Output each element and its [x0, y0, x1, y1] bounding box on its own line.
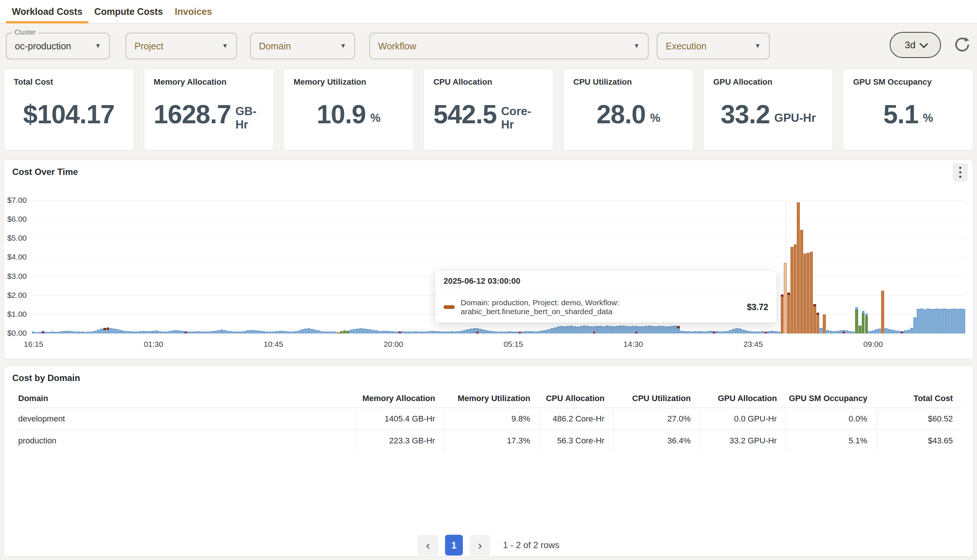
cost-bar[interactable] [525, 331, 527, 333]
cost-bar[interactable] [165, 332, 168, 333]
cost-bar[interactable] [197, 331, 200, 333]
cost-bar[interactable] [246, 330, 249, 333]
cost-bar[interactable] [275, 331, 278, 333]
cost-bar[interactable] [353, 329, 356, 333]
cost-bar[interactable] [512, 332, 515, 333]
cost-bar[interactable] [777, 332, 780, 333]
cost-bar[interactable] [619, 326, 622, 333]
cost-bar[interactable] [602, 327, 605, 333]
cost-bar[interactable] [654, 327, 657, 333]
cost-bar[interactable] [385, 331, 388, 333]
cost-bar[interactable] [58, 332, 61, 333]
cost-bar[interactable] [372, 330, 375, 333]
cost-bar-production[interactable] [797, 202, 800, 333]
cost-bar[interactable] [411, 332, 414, 333]
cost-bar[interactable] [959, 308, 962, 333]
cost-bar[interactable] [502, 332, 505, 333]
cost-bar-secondary[interactable] [343, 330, 346, 333]
cost-bar[interactable] [897, 331, 900, 333]
cost-bar[interactable] [68, 331, 70, 333]
cost-bar[interactable] [826, 330, 829, 333]
cost-bar[interactable] [638, 327, 641, 333]
cost-bar[interactable] [690, 332, 693, 333]
cost-bar[interactable] [71, 331, 74, 333]
cost-bar[interactable] [567, 326, 570, 333]
cost-bar[interactable] [363, 328, 365, 333]
cost-bar[interactable] [755, 332, 758, 333]
cost-bar[interactable] [885, 328, 887, 333]
cost-bar[interactable] [596, 326, 599, 333]
cost-bar[interactable] [531, 331, 534, 333]
cost-bar[interactable] [936, 308, 939, 333]
cost-bar[interactable] [191, 332, 194, 333]
cost-bar[interactable] [450, 331, 453, 333]
cost-bar[interactable] [38, 332, 41, 333]
cost-bar[interactable] [217, 330, 220, 333]
cost-bar[interactable] [359, 328, 362, 333]
cost-bar[interactable] [123, 331, 125, 333]
cost-bar[interactable] [914, 318, 917, 333]
cost-bar[interactable] [875, 329, 878, 333]
cost-bar[interactable] [518, 332, 521, 333]
cost-bar[interactable] [930, 309, 933, 333]
cost-bar[interactable] [832, 331, 835, 333]
cost-bar[interactable] [45, 332, 48, 333]
cost-bar[interactable] [528, 331, 531, 333]
project-select[interactable]: Project▼ [125, 33, 237, 59]
cost-bar[interactable] [573, 327, 576, 333]
cost-bar[interactable] [418, 332, 420, 333]
cost-bar[interactable] [522, 332, 525, 333]
cost-bar[interactable] [408, 332, 411, 333]
cost-bar[interactable] [722, 331, 725, 333]
cost-bar-secondary[interactable] [340, 331, 343, 333]
cost-bar[interactable] [139, 331, 142, 333]
cost-bar[interactable] [622, 326, 625, 333]
cost-bar-production[interactable] [790, 247, 794, 333]
cost-bar[interactable] [719, 332, 722, 333]
cost-bar[interactable] [330, 332, 333, 333]
cost-bar[interactable] [87, 332, 90, 333]
cost-bar[interactable] [379, 331, 382, 333]
cost-bar[interactable] [168, 331, 171, 333]
cost-bar[interactable] [268, 332, 272, 333]
cost-bar[interactable] [443, 332, 447, 333]
cost-bar-production[interactable] [807, 253, 809, 333]
cost-bar[interactable] [483, 330, 485, 333]
time-range-button[interactable]: 3d [890, 32, 941, 58]
cost-bar[interactable] [635, 326, 638, 333]
cost-bar[interactable] [113, 328, 116, 333]
cost-bar[interactable] [761, 331, 764, 333]
cost-bar[interactable] [470, 328, 472, 333]
cost-bar[interactable] [830, 331, 832, 333]
cost-bar[interactable] [479, 329, 482, 333]
cost-bar[interactable] [457, 331, 460, 333]
cost-bar[interactable] [680, 331, 683, 333]
cost-bar[interactable] [845, 330, 849, 333]
cost-bar[interactable] [842, 330, 845, 333]
cost-bar-production[interactable] [810, 252, 813, 333]
cost-bar[interactable] [239, 332, 242, 333]
prev-page-button[interactable]: ‹ [418, 535, 438, 555]
cost-bar[interactable] [272, 332, 275, 333]
cost-bar[interactable] [745, 330, 748, 333]
cost-bar[interactable] [236, 332, 239, 333]
cost-bar[interactable] [962, 309, 965, 333]
cost-bar[interactable] [132, 332, 135, 333]
cost-bar[interactable] [625, 326, 628, 333]
cost-bar[interactable] [878, 328, 881, 333]
cost-bar[interactable] [868, 331, 871, 333]
cost-bar[interactable] [473, 328, 476, 333]
cost-bar[interactable] [564, 327, 567, 333]
cost-bar[interactable] [590, 327, 592, 333]
cost-bar[interactable] [42, 331, 45, 333]
cost-bar[interactable] [667, 327, 670, 333]
cost-bar[interactable] [547, 329, 550, 333]
cost-bar[interactable] [171, 330, 174, 333]
cost-bar[interactable] [629, 327, 632, 333]
cost-bar[interactable] [301, 329, 304, 333]
cost-bar[interactable] [489, 331, 492, 333]
cost-bar[interactable] [463, 330, 466, 333]
cost-bar[interactable] [136, 332, 138, 333]
cost-bar[interactable] [201, 332, 203, 333]
cost-bar[interactable] [223, 330, 226, 333]
